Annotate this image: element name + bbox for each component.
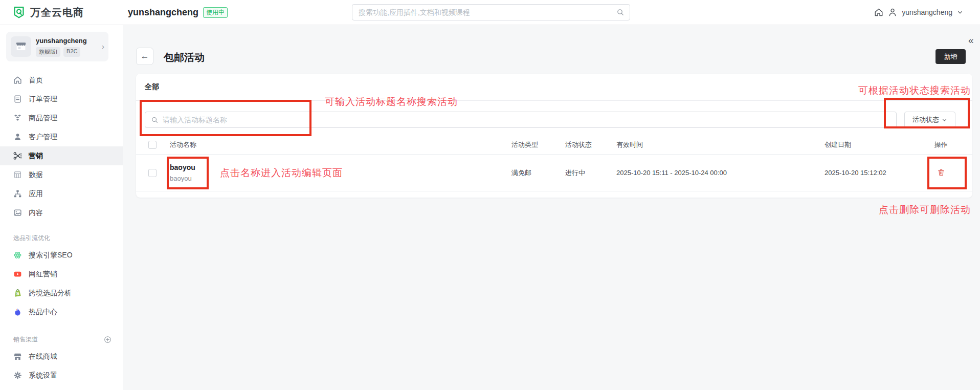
sidebar-item-apps[interactable]: 应用 <box>0 184 123 203</box>
sidebar-item-data[interactable]: 数据 <box>0 165 123 184</box>
annotation-status-tip: 可根据活动状态搜索活动 <box>858 84 971 97</box>
store-card[interactable]: yunshangcheng 旗舰版I B2C › <box>6 32 108 61</box>
section-label: 选品引流优化 <box>13 234 50 243</box>
annotation-name-tip: 点击名称进入活动编辑页面 <box>220 166 343 180</box>
sidebar-item-hot[interactable]: 热品中心 <box>0 302 123 321</box>
row-checkbox[interactable] <box>148 169 157 177</box>
content-image-icon <box>13 208 22 217</box>
brand-name: 万全云电商 <box>30 6 84 19</box>
activity-valid-time: 2025-10-20 15:11 - 2025-10-24 00:00 <box>616 169 825 177</box>
store-header-name: yunshangcheng <box>128 7 198 18</box>
sidebar: yunshangcheng 旗舰版I B2C › 首页 订单管理 商品管理 <box>0 25 123 390</box>
status-filter-label: 活动状态 <box>912 115 939 124</box>
sidebar-item-customers[interactable]: 客户管理 <box>0 127 123 146</box>
sidebar-item-label: 客户管理 <box>29 133 57 142</box>
sidebar-item-label: 应用 <box>29 189 43 199</box>
annotation-delete-tip: 点击删除可删除活动 <box>879 203 971 216</box>
username-label[interactable]: yunshangcheng <box>902 8 952 16</box>
search-icon <box>151 116 159 124</box>
search-icon <box>616 8 625 16</box>
sidebar-item-orders[interactable]: 订单管理 <box>0 90 123 109</box>
table-header: 活动名称 活动类型 活动状态 有效时间 创建日期 操作 <box>136 135 972 155</box>
select-all-checkbox[interactable] <box>148 141 157 149</box>
col-header-name: 活动名称 <box>170 140 511 149</box>
store-name: yunshangcheng <box>36 37 87 45</box>
add-activity-button[interactable]: 新增 <box>936 49 966 64</box>
section-channels: 销售渠道 <box>0 334 123 344</box>
section-traffic: 选品引流优化 <box>0 233 123 243</box>
activity-created: 2025-10-20 15:12:02 <box>825 169 922 177</box>
customer-icon <box>13 133 22 141</box>
global-search-input[interactable] <box>352 5 616 20</box>
status-filter-select[interactable]: 活动状态 <box>904 112 955 128</box>
sidebar-item-products[interactable]: 商品管理 <box>0 109 123 127</box>
chevron-down-icon[interactable] <box>957 9 963 15</box>
global-search <box>352 4 630 20</box>
col-header-status: 活动状态 <box>565 140 616 149</box>
filter-bar: 活动状态 <box>136 101 972 135</box>
sidebar-item-label: 热品中心 <box>29 308 57 317</box>
sidebar-item-label: 网红营销 <box>29 270 57 279</box>
seo-flower-icon <box>13 251 22 259</box>
product-icon <box>13 114 22 122</box>
channel-nav: 在线商城 系统设置 <box>0 347 123 385</box>
data-table-icon <box>13 170 22 179</box>
col-header-action: 操作 <box>922 140 960 149</box>
sidebar-item-content[interactable]: 内容 <box>0 203 123 222</box>
sidebar-item-marketing[interactable]: 营销 <box>0 146 123 165</box>
collapse-panel-icon[interactable]: « <box>968 35 974 46</box>
sidebar-item-label: 在线商城 <box>29 352 57 361</box>
brand: 万全云电商 <box>12 0 84 25</box>
section-label: 销售渠道 <box>13 335 38 344</box>
traffic-nav: 搜索引擎SEO 网红营销 S 跨境选品分析 热品中心 <box>0 246 123 321</box>
apps-sitemap-icon <box>13 189 22 198</box>
store-type-badge: B2C <box>63 47 80 57</box>
home-icon[interactable] <box>874 8 883 17</box>
back-button[interactable]: ← <box>136 48 153 65</box>
shopify-bag-icon: S <box>13 289 22 297</box>
sidebar-item-settings[interactable]: 系统设置 <box>0 366 123 385</box>
sidebar-item-home[interactable]: 首页 <box>0 71 123 90</box>
sidebar-item-online-mall[interactable]: 在线商城 <box>0 347 123 366</box>
sidebar-item-sourcing[interactable]: S 跨境选品分析 <box>0 284 123 302</box>
store-status-badge: 使用中 <box>203 7 228 18</box>
col-header-valid-time: 有效时间 <box>616 140 825 149</box>
tab-all[interactable]: 全部 <box>145 82 159 92</box>
sidebar-nav: 首页 订单管理 商品管理 客户管理 营销 <box>0 71 123 222</box>
trash-icon <box>937 168 945 177</box>
activity-type: 满免邮 <box>511 168 565 178</box>
sidebar-item-label: 数据 <box>29 170 43 180</box>
youtube-icon <box>13 270 22 278</box>
topbar-user-area: yunshangcheng <box>874 0 963 25</box>
sidebar-item-label: 内容 <box>29 208 43 218</box>
topbar: 万全云电商 yunshangcheng 使用中 yunshangcheng <box>0 0 980 25</box>
brand-logo-icon <box>12 6 26 19</box>
add-channel-plus-icon[interactable] <box>104 336 112 343</box>
col-header-created: 创建日期 <box>825 140 922 149</box>
col-header-type: 活动类型 <box>511 140 565 149</box>
sidebar-item-label: 跨境选品分析 <box>29 289 72 298</box>
activity-search-input[interactable] <box>163 112 896 127</box>
shop-icon <box>13 352 22 361</box>
sidebar-item-label: 商品管理 <box>29 114 57 123</box>
sidebar-item-label: 营销 <box>29 151 43 161</box>
gear-icon <box>13 371 22 380</box>
storefront-icon <box>11 36 31 57</box>
sidebar-item-label: 首页 <box>29 76 43 85</box>
marketing-scissors-icon <box>13 151 22 160</box>
annotation-search-tip: 可输入活动标题名称搜索活动 <box>325 95 458 109</box>
sidebar-item-label: 搜索引擎SEO <box>29 251 73 260</box>
page-title: 包邮活动 <box>164 51 205 64</box>
flame-icon <box>13 308 22 316</box>
delete-button[interactable] <box>936 167 946 178</box>
home-icon <box>13 76 22 84</box>
sidebar-item-seo[interactable]: 搜索引擎SEO <box>0 246 123 265</box>
store-header: yunshangcheng 使用中 <box>128 0 228 25</box>
order-icon <box>13 95 22 103</box>
chevron-right-icon[interactable]: › <box>102 42 104 51</box>
tabs-bar: 全部 <box>136 74 972 101</box>
activity-status: 进行中 <box>565 168 616 178</box>
sidebar-item-influencer[interactable]: 网红营销 <box>0 265 123 284</box>
store-version-badge: 旗舰版I <box>36 47 60 57</box>
sidebar-item-label: 订单管理 <box>29 95 57 104</box>
